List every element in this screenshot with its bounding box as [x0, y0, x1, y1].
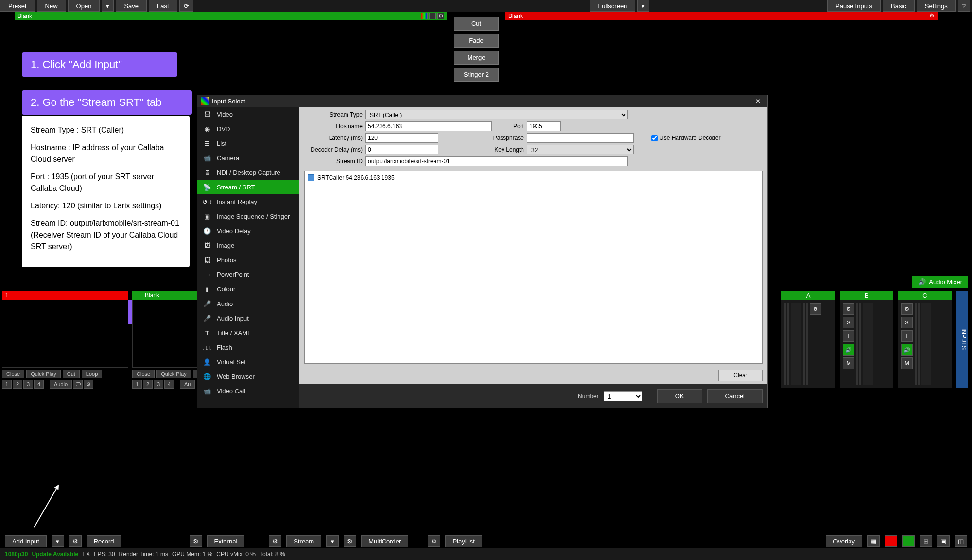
layout-icon-1[interactable]: ▦: [867, 535, 880, 547]
sidebar-item-camera[interactable]: 📹Camera: [197, 151, 299, 165]
sidebar-item-videocall[interactable]: 📹Video Call: [197, 384, 299, 398]
hw-decoder-check[interactable]: [651, 135, 658, 141]
input-2-audio[interactable]: Au: [180, 380, 195, 389]
preview-icon-2[interactable]: [429, 13, 436, 19]
sidebar-item-image[interactable]: 🖼Image: [197, 238, 299, 253]
save-button[interactable]: Save: [116, 0, 147, 12]
sidebar-item-audioinput[interactable]: 🎤Audio Input: [197, 311, 299, 325]
multicorder-button[interactable]: MultiCorder: [361, 535, 408, 547]
number-select[interactable]: 1: [604, 391, 642, 401]
input-1-screen-icon[interactable]: 🖵: [73, 380, 83, 389]
layout-icon-grid[interactable]: ⊞: [920, 535, 932, 547]
input-2-ov1[interactable]: 1: [132, 380, 142, 389]
refresh-button[interactable]: ⟳: [179, 0, 193, 12]
input-2-ov4[interactable]: 4: [164, 380, 174, 389]
sidebar-item-virtualset[interactable]: 👤Virtual Set: [197, 355, 299, 369]
mixer-c-slider[interactable]: [921, 303, 931, 385]
mixer-b-s[interactable]: S: [843, 317, 854, 328]
sidebar-item-list[interactable]: ☰List: [197, 136, 299, 151]
settings-button[interactable]: Settings: [917, 0, 956, 12]
sidebar-item-colour[interactable]: ▮Colour: [197, 282, 299, 296]
hostname-input[interactable]: [365, 121, 492, 131]
pause-inputs-button[interactable]: Pause Inputs: [827, 0, 881, 12]
input-1-close[interactable]: Close: [2, 370, 24, 378]
mixer-b-slider[interactable]: [863, 303, 873, 385]
mixer-a-gear-icon[interactable]: ⚙: [810, 303, 821, 315]
input-2-ov2[interactable]: 2: [143, 380, 153, 389]
ok-button[interactable]: OK: [657, 389, 702, 403]
input-1-ov3[interactable]: 3: [23, 380, 33, 389]
preset-button[interactable]: Preset: [0, 0, 35, 12]
overlay-button[interactable]: Overlay: [826, 535, 862, 547]
layout-icon-4[interactable]: ▣: [937, 535, 950, 547]
close-icon[interactable]: ✕: [752, 98, 764, 105]
input-1-audio[interactable]: Audio: [50, 380, 72, 389]
playlist-gear-icon[interactable]: ⚙: [428, 535, 440, 547]
mixer-c-s[interactable]: S: [901, 317, 913, 328]
port-input[interactable]: [527, 121, 561, 131]
sidebar-item-browser[interactable]: 🌐Web Browser: [197, 369, 299, 384]
inputs-tab[interactable]: INPUTS: [956, 291, 968, 388]
input-2-quickplay[interactable]: Quick Play: [156, 370, 191, 378]
fullscreen-button[interactable]: Fullscreen: [590, 0, 635, 12]
decoder-delay-input[interactable]: [365, 145, 438, 154]
mixer-b-i[interactable]: i: [843, 330, 854, 342]
preview-gear-icon[interactable]: ⚙: [437, 13, 444, 19]
new-button[interactable]: New: [37, 0, 66, 12]
add-input-button[interactable]: Add Input: [5, 535, 47, 547]
sidebar-item-flash[interactable]: ⎍⎍Flash: [197, 340, 299, 355]
layout-icon-red[interactable]: [885, 535, 897, 547]
sidebar-item-title[interactable]: TTitle / XAML: [197, 325, 299, 340]
last-button[interactable]: Last: [149, 0, 177, 12]
sidebar-item-ndi[interactable]: 🖥NDI / Desktop Capture: [197, 165, 299, 180]
stream-list[interactable]: SRTCaller 54.236.6.163 1935: [304, 171, 763, 364]
sidebar-item-ppt[interactable]: ▭PowerPoint: [197, 267, 299, 282]
input-1-ov4[interactable]: 4: [34, 380, 44, 389]
sidebar-item-imgseq[interactable]: ▣Image Sequence / Stinger: [197, 209, 299, 223]
sidebar-item-video[interactable]: 🎞Video: [197, 107, 299, 121]
program-gear-icon[interactable]: ⚙: [928, 13, 935, 19]
mixer-c-i[interactable]: i: [901, 330, 913, 342]
latency-input[interactable]: [365, 133, 438, 143]
help-button[interactable]: ?: [958, 0, 970, 12]
sidebar-item-audio[interactable]: 🎤Audio: [197, 296, 299, 311]
hw-decoder-checkbox[interactable]: Use Hardware Decoder: [651, 135, 720, 141]
mixer-b-speaker-icon[interactable]: 🔊: [843, 344, 854, 356]
list-item-srtcaller[interactable]: SRTCaller 54.236.6.163 1935: [307, 173, 760, 182]
stream-dropdown[interactable]: ▾: [326, 535, 339, 547]
input-1-loop[interactable]: Loop: [82, 370, 102, 378]
input-1-cut[interactable]: Cut: [63, 370, 80, 378]
external-gear-icon[interactable]: ⚙: [190, 535, 202, 547]
cancel-button[interactable]: Cancel: [707, 389, 763, 403]
multicorder-gear-icon[interactable]: ⚙: [344, 535, 356, 547]
cut-button[interactable]: Cut: [454, 17, 499, 31]
mixer-c-m[interactable]: M: [901, 357, 913, 369]
stream-type-select[interactable]: SRT (Caller): [365, 110, 628, 119]
key-length-select[interactable]: 32: [527, 145, 634, 154]
mixer-c-speaker-icon[interactable]: 🔊: [901, 344, 913, 356]
sidebar-item-photos[interactable]: 🖼Photos: [197, 253, 299, 267]
input-1-quickplay[interactable]: Quick Play: [26, 370, 61, 378]
colorbar-icon[interactable]: [421, 13, 428, 19]
input-1-ov2[interactable]: 2: [13, 380, 22, 389]
fade-button[interactable]: Fade: [454, 34, 499, 48]
input-2-ov3[interactable]: 3: [154, 380, 163, 389]
record-button[interactable]: Record: [87, 535, 122, 547]
input-1-preview[interactable]: [2, 300, 128, 368]
open-dropdown[interactable]: ▾: [102, 0, 114, 12]
mixer-b-gear-icon[interactable]: ⚙: [843, 303, 854, 315]
sidebar-item-delay[interactable]: 🕐Video Delay: [197, 223, 299, 238]
mixer-c-gear-icon[interactable]: ⚙: [901, 303, 913, 315]
mixer-b-m[interactable]: M: [843, 357, 854, 369]
mixer-a-slider[interactable]: [791, 303, 801, 385]
basic-button[interactable]: Basic: [883, 0, 915, 12]
merge-button[interactable]: Merge: [454, 51, 499, 65]
audio-mixer-tab[interactable]: 🔊 Audio Mixer: [912, 276, 968, 288]
external-button[interactable]: External: [207, 535, 245, 547]
playlist-button[interactable]: PlayList: [445, 535, 482, 547]
sidebar-item-replay[interactable]: ↺RInstant Replay: [197, 194, 299, 209]
layout-icon-green[interactable]: [902, 535, 915, 547]
fullscreen-dropdown[interactable]: ▾: [637, 0, 649, 12]
clear-button[interactable]: Clear: [718, 370, 763, 381]
layout-icon-5[interactable]: ◫: [955, 535, 967, 547]
